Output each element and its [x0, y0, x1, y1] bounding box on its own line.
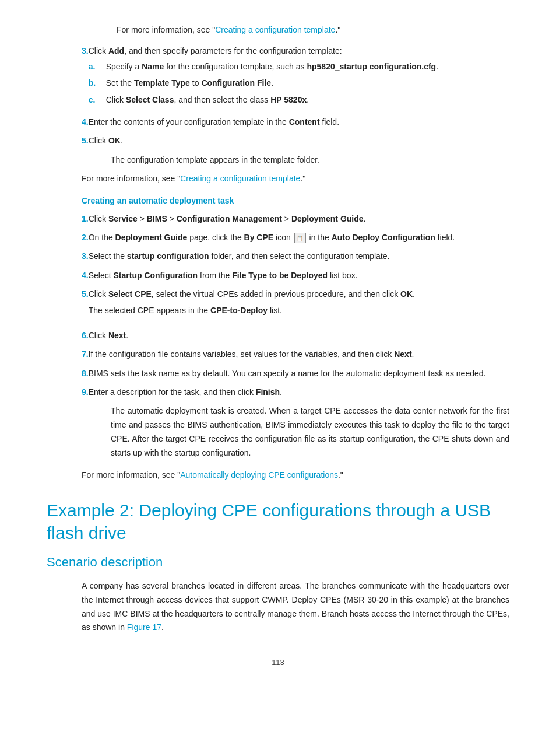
scenario-heading: Scenario description	[47, 555, 509, 570]
auto-step-5: 5. Click Select CPE, select the virtual …	[47, 288, 509, 323]
auto-step-2-content: On the Deployment Guide page, click the …	[89, 231, 509, 244]
step-3-number: 3.	[47, 44, 89, 110]
example-heading: Example 2: Deploying CPE configurations …	[47, 499, 509, 544]
auto-s5-b2: OK	[400, 289, 413, 299]
sub-a-letter: a.	[89, 60, 106, 73]
step-3-text: Click	[89, 46, 108, 55]
auto-s2-b2: By CPE	[244, 233, 274, 242]
auto-s6-b1: Next	[108, 331, 126, 340]
auto-s2-b1: Deployment Guide	[115, 233, 188, 242]
auto-s4-b1: Startup Configuration	[114, 271, 198, 280]
auto-step-2: 2. On the Deployment Guide page, click t…	[47, 231, 509, 244]
auto-step-5-content: Click Select CPE, select the virtual CPE…	[89, 288, 509, 323]
sub-b-letter: b.	[89, 76, 106, 89]
auto-s5-b1: Select CPE	[108, 289, 152, 299]
more-info-line: For more information, see "Creating a co…	[82, 172, 509, 185]
figure-17-link[interactable]: Figure 17	[127, 622, 161, 632]
auto-step-8-content: BIMS sets the task name as by default. Y…	[89, 367, 509, 380]
sub-b-content: Set the Template Type to Configuration F…	[106, 76, 509, 89]
auto-step-5-number: 5.	[47, 288, 89, 323]
step-3: 3. Click Add, and then specify parameter…	[47, 44, 509, 110]
sub-c-bold2: HP 5820x	[270, 95, 307, 104]
step-3-sublist: a. Specify a Name for the configuration …	[89, 60, 509, 106]
auto-step-6-number: 6.	[47, 329, 89, 342]
step-3-text2: , and then specify parameters for the co…	[124, 46, 342, 55]
sub-b-bold2: Configuration File	[201, 78, 271, 88]
sub-b: b. Set the Template Type to Configuratio…	[89, 76, 509, 89]
auto-step-4-content: Select Startup Configuration from the Fi…	[89, 269, 509, 282]
auto-s5-note-bold: CPE-to-Deploy	[210, 306, 268, 315]
auto-steps-list: 1. Click Service > BIMS > Configuration …	[47, 212, 509, 399]
auto-s9-b1: Finish	[256, 387, 280, 397]
auto-s4-b2: File Type to be Deployed	[232, 271, 328, 280]
auto-step-6-content: Click Next.	[89, 329, 509, 342]
step-5: 5. Click OK.	[47, 134, 509, 147]
page-number: 113	[47, 658, 509, 667]
sub-a-bold2: hp5820_startup configuration.cfg	[307, 62, 436, 71]
sub-c: c. Click Select Class, and then select t…	[89, 93, 509, 106]
step-3-bold1: Add	[108, 46, 124, 55]
auto-step-4-number: 4.	[47, 269, 89, 282]
step-5-content: Click OK.	[89, 134, 509, 147]
intro-prefix: For more information, see "	[117, 25, 215, 34]
sub-a-content: Specify a Name for the configuration tem…	[106, 60, 509, 73]
step-4-number: 4.	[47, 116, 89, 128]
auto-step-9: 9. Enter a description for the task, and…	[47, 386, 509, 398]
sub-a-bold1: Name	[142, 62, 164, 71]
auto-step-6: 6. Click Next.	[47, 329, 509, 342]
auto-s1-b4: Deployment Guide	[291, 214, 364, 223]
auto-step-9-number: 9.	[47, 386, 89, 398]
auto-step-9-content: Enter a description for the task, and th…	[89, 386, 509, 398]
auto-step-7-number: 7.	[47, 348, 89, 360]
auto-step-3: 3. Select the startup configuration fold…	[47, 250, 509, 262]
more-info-line2: For more information, see "Automatically…	[82, 468, 509, 481]
step-4-bold1: Content	[289, 117, 320, 127]
auto-step-8: 8. BIMS sets the task name as by default…	[47, 367, 509, 380]
auto-step-3-content: Select the startup configuration folder,…	[89, 250, 509, 262]
more-info-link2[interactable]: Automatically deploying CPE configuratio…	[180, 470, 338, 480]
section-heading: Creating an automatic deployment task	[82, 196, 509, 205]
step-4-content: Enter the contents of your configuration…	[89, 116, 509, 128]
step-5-number: 5.	[47, 134, 89, 147]
intro-link[interactable]: Creating a configuration template	[215, 25, 335, 34]
auto-step-3-number: 3.	[47, 250, 89, 262]
scenario-end: .	[161, 622, 164, 632]
auto-s1-b3: Configuration Management	[177, 214, 282, 223]
sub-b-bold1: Template Type	[134, 78, 190, 88]
by-cpe-icon: 📋	[294, 233, 306, 243]
sub-c-letter: c.	[89, 93, 106, 106]
scenario-text: A company has several branches located i…	[82, 579, 509, 635]
auto-step-1-content: Click Service > BIMS > Configuration Man…	[89, 212, 509, 225]
auto-step-7-content: If the configuration file contains varia…	[89, 348, 509, 360]
auto-s2-b3: Auto Deploy Configuration	[332, 233, 435, 242]
page-container: For more information, see "Creating a co…	[0, 0, 556, 756]
auto-step-2-number: 2.	[47, 231, 89, 244]
auto-step-7: 7. If the configuration file contains va…	[47, 348, 509, 360]
auto-s3-b1: startup configuration	[127, 251, 209, 261]
sub-c-bold1: Select Class	[126, 95, 174, 104]
auto-step-5-note: The selected CPE appears in the CPE-to-D…	[89, 304, 509, 317]
auto-step-4: 4. Select Startup Configuration from the…	[47, 269, 509, 282]
step-3-content: Click Add, and then specify parameters f…	[89, 44, 509, 110]
step-5-bold1: OK	[108, 136, 121, 145]
auto-step-1-number: 1.	[47, 212, 89, 225]
steps-list: 3. Click Add, and then specify parameter…	[47, 44, 509, 147]
auto-s7-b1: Next	[394, 349, 411, 359]
auto-s1-b2: BIMS	[147, 214, 167, 223]
more-info-link1[interactable]: Creating a configuration template	[180, 174, 300, 183]
template-note: The configuration template appears in th…	[111, 153, 509, 166]
intro-more-info: For more information, see "Creating a co…	[117, 23, 509, 36]
intro-suffix: ."	[335, 25, 340, 34]
auto-s1-b1: Service	[108, 214, 138, 223]
auto-deploy-desc: The automatic deployment task is created…	[111, 404, 509, 460]
sub-a: a. Specify a Name for the configuration …	[89, 60, 509, 73]
auto-step-8-number: 8.	[47, 367, 89, 380]
sub-c-content: Click Select Class, and then select the …	[106, 93, 509, 106]
step-4: 4. Enter the contents of your configurat…	[47, 116, 509, 128]
auto-step-1: 1. Click Service > BIMS > Configuration …	[47, 212, 509, 225]
